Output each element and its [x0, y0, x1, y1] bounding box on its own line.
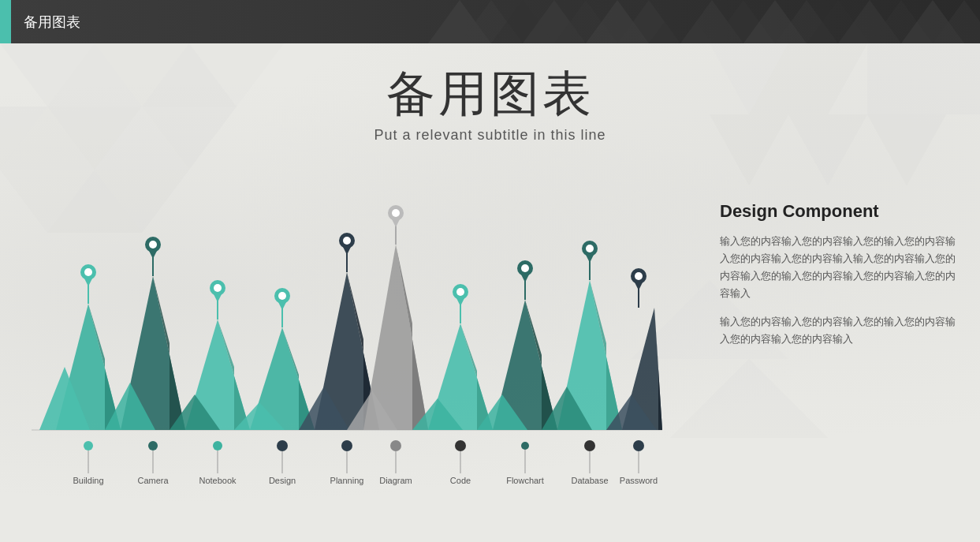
svg-text:Flowchart: Flowchart — [506, 476, 544, 485]
svg-point-74 — [278, 292, 286, 300]
svg-text:Database: Database — [571, 476, 608, 485]
header-triangles — [428, 0, 980, 43]
svg-text:Building: Building — [73, 476, 103, 485]
svg-text:Notebook: Notebook — [199, 476, 237, 485]
svg-text:Camera: Camera — [137, 476, 169, 485]
svg-point-46 — [84, 441, 93, 450]
svg-point-86 — [341, 440, 352, 451]
svg-text:Planning: Planning — [330, 476, 364, 485]
svg-point-94 — [392, 209, 400, 217]
header-accent — [0, 0, 11, 43]
svg-point-44 — [84, 268, 92, 276]
svg-text:Password: Password — [620, 476, 658, 485]
svg-point-124 — [586, 245, 594, 252]
svg-marker-55 — [149, 251, 157, 259]
svg-marker-85 — [343, 247, 351, 255]
svg-marker-115 — [521, 275, 529, 282]
svg-marker-135 — [635, 282, 643, 290]
chart-area: Building Camera Notebook — [24, 185, 670, 526]
chart-svg: Building Camera Notebook — [24, 185, 670, 517]
main-content: 备用图表 Put a relevant subtitle in this lin… — [0, 43, 980, 542]
svg-point-136 — [633, 440, 644, 451]
svg-text:Design: Design — [269, 476, 296, 485]
title-section: 备用图表 Put a relevant subtitle in this lin… — [0, 67, 980, 144]
svg-point-126 — [584, 440, 595, 451]
svg-marker-95 — [392, 219, 400, 227]
svg-marker-45 — [84, 278, 92, 286]
svg-point-76 — [277, 440, 288, 451]
svg-marker-65 — [214, 294, 222, 302]
design-component-paragraph1: 输入您的内容输入您的内容输入您的输入您的内容输入您的内容输入您的内容输入输入您的… — [720, 233, 956, 302]
svg-text:Diagram: Diagram — [379, 476, 412, 485]
svg-point-96 — [390, 440, 401, 451]
svg-marker-125 — [586, 255, 594, 263]
svg-point-54 — [149, 241, 157, 249]
svg-point-64 — [214, 284, 222, 292]
svg-marker-105 — [456, 298, 464, 306]
svg-point-104 — [456, 288, 464, 296]
design-component-title: Design Component — [720, 201, 956, 222]
svg-point-84 — [343, 237, 351, 245]
svg-marker-75 — [278, 302, 286, 310]
svg-point-116 — [521, 442, 529, 450]
svg-text:Code: Code — [450, 476, 471, 485]
design-component-paragraph2: 输入您的内容输入您的内容输入您的输入您的内容输入您的内容输入您的内容输入 — [720, 313, 956, 348]
header-bar: 备用图表 — [0, 0, 980, 43]
header-title: 备用图表 — [24, 13, 80, 32]
svg-point-114 — [521, 264, 529, 272]
subtitle: Put a relevant subtitle in this line — [0, 127, 980, 144]
main-title: 备用图表 — [0, 67, 980, 121]
svg-point-106 — [455, 440, 466, 451]
svg-marker-37 — [670, 359, 828, 438]
right-panel: Design Component 输入您的内容输入您的内容输入您的输入您的内容输… — [720, 201, 956, 360]
svg-point-56 — [148, 441, 158, 450]
svg-point-66 — [213, 441, 222, 450]
svg-point-134 — [635, 272, 643, 280]
